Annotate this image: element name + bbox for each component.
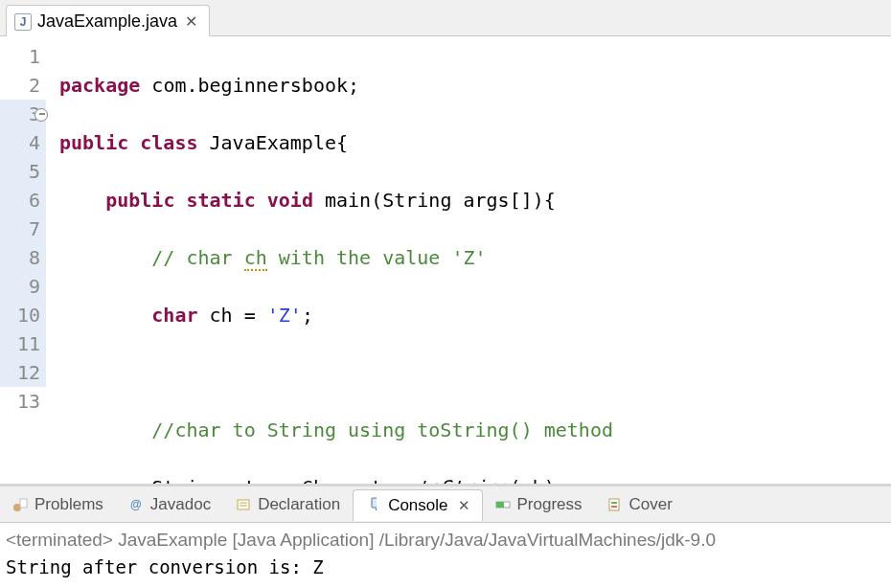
tab-coverage[interactable]: Cover bbox=[595, 489, 685, 520]
line-number: 12 bbox=[0, 358, 46, 387]
line-number-gutter: 1 2 3 4 5 6 7 8 9 10 11 12 13 bbox=[0, 36, 52, 484]
console-view: <terminated> JavaExample [Java Applicati… bbox=[0, 523, 891, 588]
svg-rect-9 bbox=[609, 499, 619, 510]
tab-label: Cover bbox=[629, 495, 673, 514]
svg-rect-6 bbox=[376, 509, 377, 510]
console-output-line: String after conversion is: Z bbox=[6, 554, 885, 580]
line-number: 11 bbox=[0, 329, 46, 358]
editor-tab-label: JavaExample.java bbox=[37, 11, 177, 32]
token: ; bbox=[302, 304, 313, 327]
console-icon bbox=[365, 497, 382, 514]
javadoc-icon: @ bbox=[127, 496, 145, 513]
editor-tab-javaexample[interactable]: J JavaExample.java ✕ bbox=[6, 5, 210, 36]
svg-rect-1 bbox=[20, 499, 27, 508]
tab-label: Progress bbox=[517, 495, 583, 514]
token: com.beginnersbook; bbox=[140, 74, 359, 97]
code-line[interactable]: // char ch with the value 'Z' bbox=[59, 243, 891, 272]
line-number: 8 bbox=[0, 243, 46, 272]
svg-rect-5 bbox=[372, 498, 377, 508]
code-line[interactable]: String str = Character.toString(ch); bbox=[59, 473, 891, 486]
close-tab-icon[interactable]: ✕ bbox=[183, 12, 199, 31]
code-line[interactable]: //char to String using toString() method bbox=[59, 416, 891, 444]
token-keyword: char bbox=[151, 304, 197, 327]
tab-progress[interactable]: Progress bbox=[483, 489, 595, 520]
code-line[interactable]: public static void main(String args[]){ bbox=[59, 186, 891, 215]
svg-rect-10 bbox=[611, 502, 617, 504]
editor-tab-bar: J JavaExample.java ✕ bbox=[0, 0, 891, 36]
code-line[interactable]: public class JavaExample{ bbox=[59, 128, 891, 157]
token-method: toString bbox=[417, 476, 509, 486]
svg-rect-11 bbox=[611, 506, 617, 508]
token-comment: ch bbox=[244, 246, 267, 271]
console-status: <terminated> JavaExample [Java Applicati… bbox=[6, 527, 885, 554]
problems-icon bbox=[11, 496, 29, 513]
token: (ch); bbox=[510, 476, 567, 486]
token-keyword: static bbox=[174, 189, 255, 212]
close-view-icon[interactable]: ✕ bbox=[454, 497, 470, 514]
tab-label: Console bbox=[388, 496, 447, 515]
line-number: 13 bbox=[0, 387, 46, 416]
line-number: 10 bbox=[0, 301, 46, 329]
line-number: 6 bbox=[0, 186, 46, 215]
token-comment: // char bbox=[151, 246, 243, 269]
token-comment: with the value 'Z' bbox=[267, 246, 487, 269]
line-number: 2 bbox=[0, 71, 46, 100]
bottom-view-tab-bar: Problems @ Javadoc Declaration Console ✕… bbox=[0, 486, 891, 523]
progress-icon bbox=[494, 496, 512, 513]
tab-javadoc[interactable]: @ Javadoc bbox=[116, 489, 223, 520]
tab-problems[interactable]: Problems bbox=[0, 489, 116, 520]
line-number: 7 bbox=[0, 215, 46, 243]
code-line[interactable]: char ch = 'Z'; bbox=[59, 301, 891, 329]
token-keyword: public bbox=[105, 189, 174, 212]
token-comment: //char to String using toString() method bbox=[151, 418, 613, 441]
token: JavaExample{ bbox=[198, 131, 349, 154]
token: ch = bbox=[198, 304, 267, 327]
tab-label: Declaration bbox=[258, 495, 340, 514]
token-keyword: package bbox=[59, 74, 140, 97]
coverage-icon bbox=[606, 496, 624, 513]
token: String str = Character. bbox=[151, 476, 417, 486]
line-number: 4 bbox=[0, 128, 46, 157]
token-string: 'Z' bbox=[267, 304, 302, 327]
tab-label: Problems bbox=[34, 495, 103, 514]
token-keyword: class bbox=[128, 131, 197, 154]
line-number: 5 bbox=[0, 157, 46, 186]
svg-rect-2 bbox=[238, 500, 249, 509]
token-keyword: void bbox=[256, 189, 313, 212]
token-keyword: public bbox=[59, 131, 128, 154]
tab-declaration[interactable]: Declaration bbox=[223, 489, 353, 520]
tab-console[interactable]: Console ✕ bbox=[353, 489, 482, 521]
line-number: 9 bbox=[0, 272, 46, 301]
code-editor[interactable]: 1 2 3 4 5 6 7 8 9 10 11 12 13 package co… bbox=[0, 36, 891, 486]
line-number: 1 bbox=[0, 42, 46, 71]
code-line[interactable] bbox=[59, 358, 891, 387]
tab-label: Javadoc bbox=[150, 495, 211, 514]
line-number[interactable]: 3 bbox=[0, 100, 46, 128]
code-area[interactable]: package com.beginnersbook; public class … bbox=[52, 36, 891, 484]
svg-rect-8 bbox=[496, 502, 504, 508]
code-line[interactable]: package com.beginnersbook; bbox=[59, 71, 891, 100]
declaration-icon bbox=[235, 496, 252, 513]
java-file-icon: J bbox=[14, 13, 32, 31]
token: main(String args[]){ bbox=[313, 189, 556, 212]
